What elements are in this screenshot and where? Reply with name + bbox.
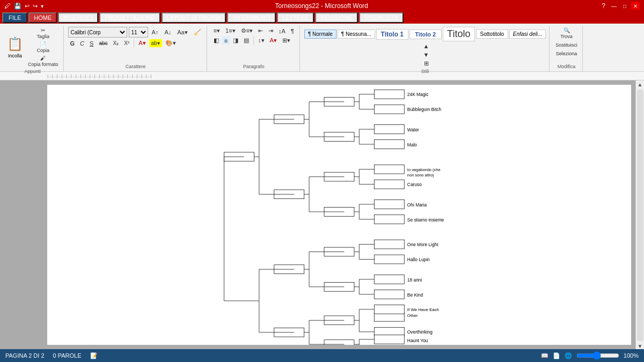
zoom-slider[interactable]: [576, 352, 619, 359]
styles-scroll-up[interactable]: ▲: [421, 42, 431, 50]
copy-label: Copia: [37, 48, 50, 53]
scroll-thumb[interactable]: [637, 90, 643, 341]
close-button[interactable]: ✕: [631, 2, 640, 10]
replace-button[interactable]: Sostituisci: [554, 42, 579, 48]
help-button[interactable]: ?: [599, 2, 608, 10]
svg-text:Malo: Malo: [407, 142, 417, 147]
cut-button[interactable]: ✂ Taglia: [26, 27, 60, 40]
svg-rect-10: [374, 275, 404, 284]
styles-more[interactable]: ⊞: [421, 60, 431, 68]
read-mode-icon[interactable]: 📖: [541, 352, 548, 359]
svg-text:18 anni: 18 anni: [407, 277, 422, 283]
increase-indent-button[interactable]: ⇥: [266, 27, 275, 35]
select-button[interactable]: Seleziona: [554, 50, 579, 57]
svg-rect-11: [374, 290, 404, 299]
proofing-icon[interactable]: 📝: [90, 352, 98, 359]
styles-gallery: ¶ Normale ¶ Nessuna... Titolo 1 Titolo 2…: [304, 27, 546, 41]
align-right-button[interactable]: ◨: [231, 36, 240, 45]
underline-button[interactable]: S: [87, 39, 96, 47]
quick-save[interactable]: 💾: [14, 3, 21, 10]
style-titolo2[interactable]: Titolo 2: [409, 29, 442, 39]
svg-rect-6: [374, 200, 404, 209]
bullets-button[interactable]: ≡▾: [211, 27, 222, 35]
style-nessuna[interactable]: ¶ Nessuna...: [338, 29, 375, 39]
format-painter-button[interactable]: 🖌 Copia formato: [26, 55, 60, 68]
align-left-button[interactable]: ◧: [211, 36, 221, 45]
highlight-button[interactable]: ab▾: [149, 39, 162, 47]
status-left: PAGINA 2 DI 2 0 PAROLE 📝: [5, 352, 98, 359]
paste-button[interactable]: 📋: [5, 36, 25, 52]
maximize-button[interactable]: □: [620, 2, 629, 10]
undo-btn[interactable]: ↩: [25, 3, 30, 10]
font-shrink-button[interactable]: A↓: [162, 28, 173, 36]
menu-lettere[interactable]: LETTERE: [277, 12, 314, 23]
change-case-button[interactable]: Aa▾: [175, 28, 189, 36]
minimize-button[interactable]: —: [610, 2, 618, 10]
style-enfasi[interactable]: Enfasi deli...: [509, 29, 546, 39]
numbering-button[interactable]: 1≡▾: [223, 27, 238, 35]
clear-format-button[interactable]: 🧹: [192, 28, 203, 36]
svg-rect-14: [374, 305, 404, 314]
subscript-button[interactable]: X₂: [111, 39, 121, 47]
style-titolo1[interactable]: Titolo 1: [376, 29, 408, 40]
svg-rect-15: [374, 335, 404, 344]
borders-button[interactable]: ⊞▾: [280, 36, 292, 45]
copy-button[interactable]: 📄 Copia: [26, 41, 60, 54]
svg-text:Se stiamo insieme: Se stiamo insieme: [407, 217, 444, 223]
styles-scroll-down[interactable]: ▼: [421, 51, 431, 58]
format-painter-label: Copia formato: [28, 62, 58, 67]
justify-button[interactable]: ▤: [241, 36, 251, 45]
italic-button[interactable]: C: [78, 39, 86, 47]
find-button[interactable]: 🔍 Trova: [559, 27, 574, 40]
window-title: Torneosongs22 - Microsoft Word: [43, 2, 599, 10]
svg-rect-101: [324, 340, 354, 345]
decrease-indent-button[interactable]: ⇤: [256, 27, 265, 35]
style-sottotitolo[interactable]: Sottotitolo: [476, 29, 508, 39]
bold-button[interactable]: G: [68, 39, 77, 47]
redo-btn[interactable]: ↪: [33, 3, 38, 10]
copy-icon: 📄: [40, 41, 46, 47]
align-center-button[interactable]: ≡: [222, 36, 230, 45]
menu-revisione[interactable]: REVISIONE: [315, 12, 358, 23]
vertical-scrollbar[interactable]: ▲ ▼: [635, 80, 644, 349]
line-spacing-button[interactable]: ↕▾: [256, 36, 267, 45]
menu-inserisci[interactable]: INSERISCI: [58, 12, 98, 23]
shading-para-button[interactable]: A▾: [268, 36, 279, 45]
svg-text:Be Kind: Be Kind: [407, 292, 423, 298]
zoom-level: 100%: [624, 352, 639, 359]
font-color-button[interactable]: A▾: [136, 39, 148, 47]
menu-visualizza[interactable]: VISUALIZZA: [359, 12, 404, 23]
app-icon: 🖊: [4, 2, 11, 10]
superscript-button[interactable]: X²: [122, 39, 131, 47]
scroll-up-arrow[interactable]: ▲: [638, 82, 643, 87]
multilevel-button[interactable]: ⚙≡▾: [239, 27, 255, 35]
sort-button[interactable]: ↕A: [276, 27, 288, 35]
svg-text:Hallo Lupin: Hallo Lupin: [407, 257, 430, 262]
cut-icon: ✂: [41, 27, 45, 33]
menu-layout[interactable]: LAYOUT DI PAGINA: [162, 12, 226, 23]
font-size-select[interactable]: 11: [129, 27, 148, 38]
paragraph-label: Paragrafo: [243, 64, 265, 70]
print-layout-icon[interactable]: 📄: [553, 352, 560, 359]
paste-label: Incolla: [8, 53, 22, 58]
font-name-select[interactable]: Calibri (Corp: [68, 27, 127, 38]
style-normale[interactable]: ¶ Normale: [304, 29, 336, 39]
svg-text:Caruso: Caruso: [407, 182, 422, 187]
clipboard-group: 📋 Incolla ✂ Taglia 📄 Copia 🖌 Copia forma…: [2, 26, 64, 71]
font-format-row: G C S abc X₂ X² A▾ ab▾ 🎨▾: [68, 39, 203, 47]
menu-file[interactable]: FILE: [2, 12, 27, 23]
menu-home[interactable]: HOME: [28, 12, 57, 23]
scroll-down-arrow[interactable]: ▼: [638, 343, 643, 349]
style-titolo[interactable]: Titolo: [443, 27, 475, 41]
svg-rect-0: [374, 90, 404, 99]
show-marks-button[interactable]: ¶: [289, 27, 296, 35]
menu-riferimenti[interactable]: RIFERIMENTI: [227, 12, 275, 23]
document-page[interactable]: 24K Magic Bubblegum Bitch Water Malo Io …: [47, 85, 631, 345]
strikethrough-button[interactable]: abc: [97, 39, 109, 47]
web-view-icon[interactable]: 🌐: [565, 352, 572, 359]
font-grow-button[interactable]: A↑: [150, 28, 161, 36]
menu-progettazione[interactable]: PROGETTAZIONE: [99, 12, 160, 23]
find-icon: 🔍: [564, 27, 570, 33]
styles-group: ¶ Normale ¶ Nessuna... Titolo 1 Titolo 2…: [301, 26, 550, 71]
shading-button[interactable]: 🎨▾: [163, 39, 178, 47]
